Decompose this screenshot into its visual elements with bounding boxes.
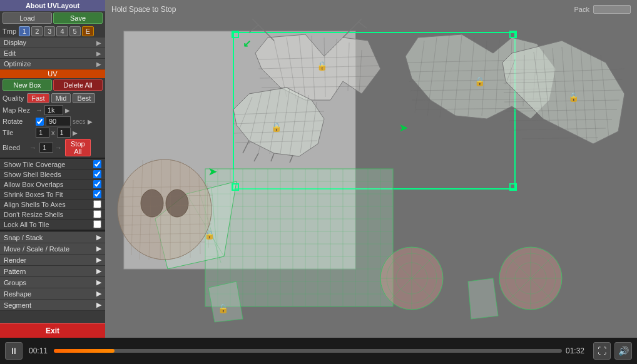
segment-arrow: ▶ <box>96 301 101 309</box>
load-save-row: Load Save <box>0 11 105 25</box>
render-menu[interactable]: Render ▶ <box>0 255 105 266</box>
svg-point-123 <box>141 190 163 217</box>
end-time: 01:32 <box>566 346 589 355</box>
move-arrow: ▶ <box>96 245 101 253</box>
rotate-row: Rotate 90 secs ▶ <box>0 116 105 127</box>
exit-button[interactable]: Exit <box>0 323 105 338</box>
snap-stack-menu[interactable]: Snap / Stack ▶ <box>0 232 105 243</box>
rotate-checkbox[interactable] <box>36 118 44 126</box>
shrink-boxes-checkbox[interactable] <box>93 190 101 198</box>
tab-5[interactable]: 5 <box>69 26 81 36</box>
svg-text:↙: ↙ <box>243 38 251 49</box>
dont-resize-checkbox[interactable] <box>93 210 101 218</box>
new-delete-row: New Box Delete All <box>0 78 105 92</box>
show-shell-bleeds-row: Show Shell Bleeds <box>0 169 105 179</box>
align-shells-checkbox[interactable] <box>93 200 101 208</box>
bleed-row: Bleed → 1 → Stop All <box>0 138 105 157</box>
quality-row: Quality Fast Mid Best <box>0 92 105 104</box>
optimize-menu[interactable]: Optimize ▶ <box>0 59 105 69</box>
tile-value2[interactable]: 1 <box>57 128 71 138</box>
uv-menu[interactable]: UV <box>0 69 105 78</box>
viewport: Hold Space to Stop Pack <box>105 0 637 338</box>
lock-all-checkbox[interactable] <box>93 220 101 228</box>
edit-arrow: ▶ <box>96 50 101 57</box>
pattern-menu[interactable]: Pattern ▶ <box>0 266 105 277</box>
tab-2[interactable]: 2 <box>31 26 43 36</box>
svg-text:➤: ➤ <box>208 166 217 177</box>
dont-resize-row: Don't Resize Shells <box>0 210 105 220</box>
allow-box-overlaps-row: Allow Box Overlaps <box>0 179 105 190</box>
left-panel: About UVLayout Load Save Tmp 1 2 3 4 5 E… <box>0 0 105 338</box>
show-tile-coverage-checkbox[interactable] <box>93 160 101 168</box>
rotate-arrow[interactable]: ▶ <box>88 118 93 125</box>
map-rez-value: 1k <box>44 105 63 115</box>
svg-text:🔒: 🔒 <box>474 76 486 87</box>
delete-all-button[interactable]: Delete All <box>53 79 103 91</box>
svg-marker-142 <box>468 278 498 319</box>
map-rez-row: Map Rez → 1k ▶ <box>0 104 105 116</box>
pack-bar <box>593 5 631 14</box>
quality-mid-button[interactable]: Mid <box>51 93 71 103</box>
display-menu[interactable]: Display ▶ <box>0 38 105 48</box>
map-rez-arrow[interactable]: ▶ <box>65 107 70 114</box>
uv-canvas: 🔒 🔒 <box>111 19 624 325</box>
bleed-value[interactable]: 1 <box>39 143 53 153</box>
allow-box-overlaps-checkbox[interactable] <box>93 180 101 188</box>
show-tile-coverage-row: Show Tile Coverage <box>0 159 105 169</box>
hold-space-text: Hold Space to Stop <box>111 5 176 14</box>
quality-best-button[interactable]: Best <box>73 93 95 103</box>
rotate-value[interactable]: 90 <box>46 116 71 126</box>
divider1 <box>0 158 105 159</box>
tab-e[interactable]: E <box>82 26 94 36</box>
tab-3[interactable]: 3 <box>44 26 55 36</box>
tile-arrow[interactable]: ▶ <box>73 129 78 136</box>
reshape-menu[interactable]: Reshape ▶ <box>0 288 105 300</box>
pause-button[interactable]: ⏸ <box>5 342 23 360</box>
save-button[interactable]: Save <box>53 13 103 24</box>
tile-value1[interactable]: 1 <box>36 128 49 138</box>
svg-point-124 <box>166 190 188 217</box>
show-shell-bleeds-checkbox[interactable] <box>93 170 101 178</box>
tab-4[interactable]: 4 <box>56 26 68 36</box>
app-title: About UVLayout <box>0 0 105 11</box>
groups-arrow: ▶ <box>96 278 101 286</box>
load-button[interactable]: Load <box>3 13 52 24</box>
svg-marker-141 <box>208 281 243 322</box>
stop-all-button[interactable]: Stop All <box>65 139 91 156</box>
svg-text:➤: ➤ <box>399 123 408 133</box>
groups-menu[interactable]: Groups ▶ <box>0 277 105 288</box>
svg-text:🔒: 🔒 <box>568 92 579 103</box>
fullscreen-button[interactable]: ⛶ <box>593 342 611 360</box>
new-box-button[interactable]: New Box <box>3 79 52 91</box>
tmp-label: Tmp <box>3 28 16 35</box>
tab-1[interactable]: 1 <box>19 26 30 36</box>
progress-track[interactable] <box>54 349 562 353</box>
pack-label: Pack <box>574 6 589 13</box>
segment-menu[interactable]: Segment ▶ <box>0 300 105 311</box>
lock-all-row: Lock All To Tile <box>0 220 105 230</box>
tile-row: Tile 1 x 1 ▶ <box>0 127 105 138</box>
quality-fast-button[interactable]: Fast <box>27 93 49 103</box>
svg-line-63 <box>359 22 367 28</box>
tmp-row: Tmp 1 2 3 4 5 E <box>0 25 105 38</box>
move-scale-rotate-menu[interactable]: Move / Scale / Rotate ▶ <box>0 243 105 255</box>
shrink-boxes-row: Shrink Boxes To Fit <box>0 190 105 200</box>
quality-label: Quality <box>3 94 24 102</box>
current-time: 00:11 <box>26 346 50 355</box>
pack-area: Pack <box>574 5 631 14</box>
progress-fill <box>54 349 115 353</box>
snap-arrow: ▶ <box>96 233 101 241</box>
optimize-arrow: ▶ <box>96 61 101 68</box>
playback-bar: ⏸ 00:11 01:32 ⛶ 🔊 <box>0 338 637 364</box>
svg-line-61 <box>252 19 258 25</box>
svg-text:🔒: 🔒 <box>271 122 282 133</box>
reshape-arrow: ▶ <box>96 290 101 298</box>
svg-text:🔒: 🔒 <box>218 303 229 314</box>
svg-line-64 <box>359 19 365 22</box>
volume-button[interactable]: 🔊 <box>614 342 632 360</box>
edit-menu[interactable]: Edit ▶ <box>0 48 105 59</box>
render-arrow: ▶ <box>96 256 101 264</box>
pattern-arrow: ▶ <box>96 267 101 275</box>
divider2 <box>0 230 105 231</box>
display-arrow: ▶ <box>96 39 101 46</box>
